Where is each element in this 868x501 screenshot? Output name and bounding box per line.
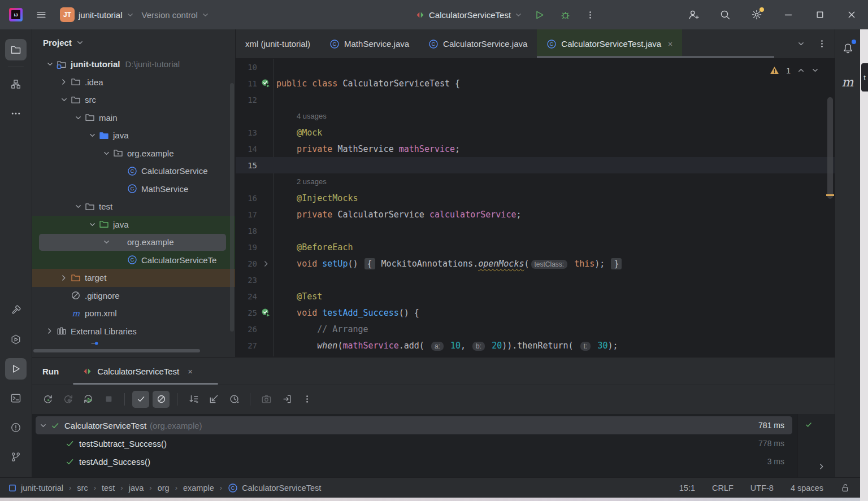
test-console-pane[interactable]: [797, 414, 835, 477]
code-line[interactable]: 12: [236, 92, 835, 108]
rerun-button[interactable]: [39, 391, 56, 408]
maven-tool-button[interactable]: m: [837, 71, 858, 93]
code-line[interactable]: 13 @Mock: [236, 124, 835, 141]
tree-row[interactable]: test: [32, 198, 235, 216]
toggle-auto-rerun-button[interactable]: [80, 391, 97, 408]
project-folder-tool-button[interactable]: [5, 39, 27, 60]
encoding-widget[interactable]: UTF-8: [750, 483, 774, 493]
caret-position-widget[interactable]: 15:1: [679, 483, 695, 493]
breadcrumb-item[interactable]: test: [102, 483, 115, 493]
breadcrumb-item[interactable]: java: [129, 483, 144, 493]
test-result-row[interactable]: CalculatorServiceTest(org.example)781 ms: [36, 416, 792, 434]
usages-inlay[interactable]: 2 usages: [236, 173, 835, 190]
project-horizontal-scrollbar[interactable]: [33, 349, 200, 352]
code-line[interactable]: 11public class CalculatorServiceTest {: [236, 75, 835, 92]
notifications-button[interactable]: [837, 37, 858, 59]
editor-scrollbar[interactable]: [827, 97, 833, 199]
more-run-actions-button[interactable]: [582, 6, 598, 24]
run-tab-close-icon[interactable]: ×: [188, 367, 193, 376]
usages-inlay[interactable]: 4 usages: [236, 108, 835, 124]
search-button[interactable]: [717, 6, 734, 23]
expand-console-icon[interactable]: [818, 463, 826, 470]
code-line[interactable]: 24 @Test: [236, 288, 835, 304]
tab-strip-scrollbar[interactable]: [537, 56, 774, 58]
structure-tool-button[interactable]: [5, 73, 27, 95]
more-horizontal-tool-button[interactable]: [5, 103, 27, 124]
project-panel-header[interactable]: Project: [32, 29, 235, 55]
code-line[interactable]: 15: [236, 157, 835, 173]
breadcrumb-item[interactable]: CCalculatorServiceTest: [228, 483, 321, 493]
breadcrumb-item[interactable]: example: [183, 483, 214, 493]
version-control-tool-button[interactable]: [5, 446, 27, 468]
tree-row[interactable]: src: [32, 91, 235, 109]
build-hammer-tool-button[interactable]: [5, 299, 27, 321]
project-widget[interactable]: JT junit-tutorial: [60, 7, 134, 22]
tree-row[interactable]: target: [32, 269, 235, 287]
run-tool-button[interactable]: [5, 358, 27, 380]
tree-row[interactable]: org.example: [32, 145, 235, 163]
code-line[interactable]: 26 // Arrange: [236, 321, 835, 337]
sort-by-duration-button[interactable]: [185, 391, 202, 408]
show-ignored-button[interactable]: [153, 391, 170, 408]
problems-tool-button[interactable]: [5, 417, 27, 438]
tree-row[interactable]: java: [32, 216, 235, 234]
debug-button[interactable]: [556, 6, 574, 24]
project-vertical-scrollbar[interactable]: [230, 83, 234, 332]
hidden-tabs-icon[interactable]: [797, 40, 805, 47]
tree-row[interactable]: mpom.xml: [32, 304, 235, 323]
minimize-button[interactable]: [780, 6, 797, 23]
tree-row[interactable]: main: [32, 109, 235, 127]
editor-tab[interactable]: CCalculatorServiceTest.java×: [537, 29, 682, 58]
code-line[interactable]: 27 when(mathService.add( a: 10, b: 20)).…: [236, 337, 835, 354]
tree-row[interactable]: junit-tutorialD:\junit-tutorial: [32, 55, 235, 73]
tree-row[interactable]: CMathService: [32, 180, 235, 198]
test-result-row[interactable]: testAdd_Success()3 ms: [36, 452, 792, 470]
show-passed-button[interactable]: [132, 391, 149, 408]
editor-tab[interactable]: CMathService.java: [320, 29, 419, 58]
breadcrumb-item[interactable]: org: [158, 483, 170, 493]
tree-row[interactable]: org.example: [32, 233, 235, 251]
tree-row[interactable]: .idea: [32, 73, 235, 92]
code-line[interactable]: 25 void testAdd_Success() {: [236, 304, 835, 321]
vcs-widget[interactable]: Version control: [142, 10, 209, 20]
run-button[interactable]: [530, 6, 548, 24]
settings-button[interactable]: [748, 6, 765, 23]
run-configuration-selector[interactable]: CalculatorServiceTest: [415, 10, 522, 20]
code-line[interactable]: 14 private MathService mathService;: [236, 141, 835, 157]
tree-row[interactable]: java: [32, 127, 235, 145]
line-ending-widget[interactable]: CRLF: [712, 483, 734, 493]
code-line[interactable]: 18: [236, 223, 835, 239]
breadcrumb-item[interactable]: junit-tutorial: [8, 483, 63, 493]
code-line[interactable]: 16 @InjectMocks: [236, 190, 835, 206]
editor-tab[interactable]: xml (junit-tutorial): [236, 29, 320, 58]
editor-tab[interactable]: CCalculatorService.java: [419, 29, 537, 58]
tree-row[interactable]: CCalculatorService: [32, 162, 235, 180]
tree-row[interactable]: CCalculatorServiceTe: [32, 251, 235, 269]
editor-options-icon[interactable]: [817, 39, 827, 49]
indent-widget[interactable]: 4 spaces: [791, 483, 823, 493]
tree-row[interactable]: External Libraries: [32, 323, 235, 341]
terminal-tool-button[interactable]: [5, 387, 27, 409]
code-line[interactable]: 19 @BeforeEach: [236, 239, 835, 255]
code-line[interactable]: 20 void setUp() { MockitoAnnotations.ope…: [236, 255, 835, 272]
close-button[interactable]: [843, 6, 860, 23]
navigate-with-single-click-button[interactable]: [205, 391, 222, 408]
tab-close-icon[interactable]: ×: [668, 40, 672, 49]
run-tab[interactable]: CalculatorServiceTest ×: [73, 358, 202, 385]
test-result-row[interactable]: testSubtract_Success()778 ms: [36, 434, 792, 452]
tree-row[interactable]: .gitignore: [32, 287, 235, 305]
code-line[interactable]: 23: [236, 272, 835, 288]
next-problem-icon[interactable]: [811, 67, 819, 74]
prev-problem-icon[interactable]: [797, 67, 805, 74]
services-tool-button[interactable]: [5, 329, 27, 350]
breadcrumb-item[interactable]: src: [77, 483, 88, 493]
more-button[interactable]: [298, 391, 315, 408]
main-menu-button[interactable]: [31, 4, 52, 25]
lock-open-icon[interactable]: [840, 483, 850, 493]
import-tests-button[interactable]: [278, 391, 295, 408]
code-line[interactable]: 10: [236, 59, 835, 75]
maximize-button[interactable]: [811, 6, 828, 23]
test-history-button[interactable]: [225, 391, 242, 408]
add-user-button[interactable]: [685, 6, 702, 23]
code-editor[interactable]: 1011public class CalculatorServiceTest {…: [236, 59, 835, 356]
